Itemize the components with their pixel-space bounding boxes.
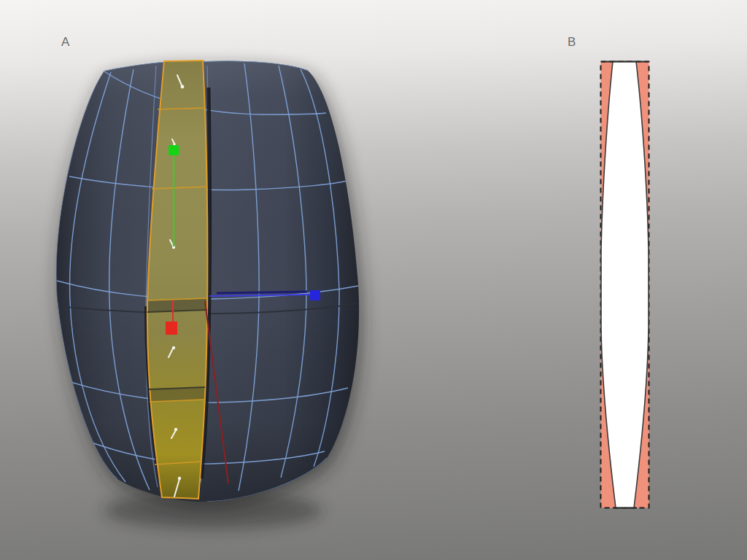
profile-stave-shape (601, 62, 649, 508)
panel-b-label: B (568, 35, 576, 50)
profile-diagram (601, 62, 649, 508)
move-handle-red-icon[interactable] (166, 322, 177, 335)
figure-graphics (0, 0, 747, 560)
move-handle-green-icon[interactable] (169, 145, 179, 155)
edge-loop-line-dark-blue (217, 292, 307, 293)
panel-a-label: A (61, 35, 69, 50)
viewport-3d[interactable] (56, 61, 362, 529)
figure-canvas: A B (0, 0, 747, 560)
move-handle-blue-icon[interactable] (310, 290, 320, 300)
